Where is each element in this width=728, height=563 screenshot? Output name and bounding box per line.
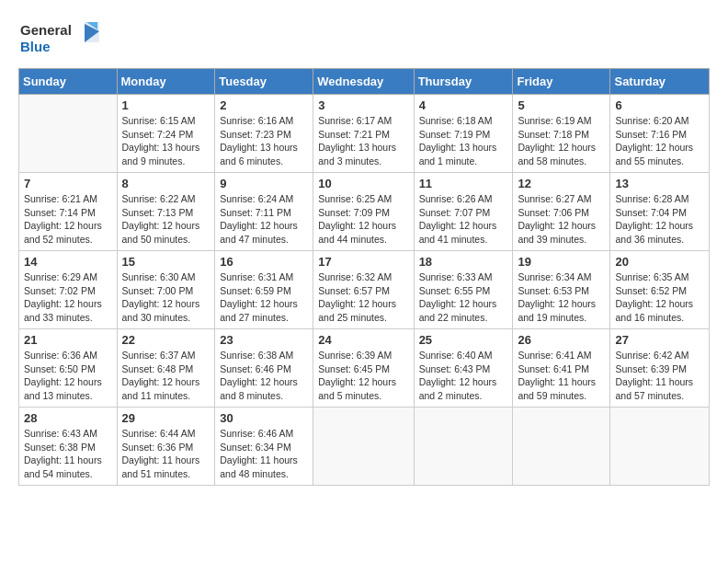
sunset-text: Sunset: 7:24 PM (122, 129, 194, 140)
calendar-cell: 12Sunrise: 6:27 AMSunset: 7:06 PMDayligh… (513, 173, 610, 251)
header: General Blue (18, 15, 710, 63)
day-info: Sunrise: 6:18 AMSunset: 7:19 PMDaylight:… (419, 114, 508, 168)
header-row: SundayMondayTuesdayWednesdayThursdayFrid… (19, 69, 710, 95)
sunset-text: Sunset: 6:53 PM (518, 285, 589, 296)
sunrise-text: Sunrise: 6:24 AM (220, 193, 293, 204)
day-info: Sunrise: 6:46 AMSunset: 6:34 PMDaylight:… (220, 427, 308, 481)
day-header-monday: Monday (117, 69, 215, 95)
sunrise-text: Sunrise: 6:38 AM (220, 350, 293, 361)
day-number: 16 (220, 255, 308, 269)
day-info: Sunrise: 6:27 AMSunset: 7:06 PMDaylight:… (518, 192, 605, 247)
day-info: Sunrise: 6:22 AMSunset: 7:13 PMDaylight:… (122, 192, 210, 247)
sunset-text: Sunset: 7:00 PM (122, 285, 194, 296)
calendar-cell: 27Sunrise: 6:42 AMSunset: 6:39 PMDayligh… (610, 329, 710, 408)
calendar-cell: 16Sunrise: 6:31 AMSunset: 6:59 PMDayligh… (215, 251, 313, 329)
calendar-cell (414, 408, 513, 486)
calendar-cell: 6Sunrise: 6:20 AMSunset: 7:16 PMDaylight… (610, 95, 710, 173)
calendar-cell: 17Sunrise: 6:32 AMSunset: 6:57 PMDayligh… (313, 251, 414, 329)
day-info: Sunrise: 6:20 AMSunset: 7:16 PMDaylight:… (615, 114, 704, 168)
day-number: 22 (122, 333, 210, 347)
day-number: 26 (518, 333, 605, 347)
day-number: 23 (220, 333, 308, 347)
day-info: Sunrise: 6:29 AMSunset: 7:02 PMDaylight:… (24, 270, 112, 325)
day-info: Sunrise: 6:19 AMSunset: 7:18 PMDaylight:… (518, 114, 605, 168)
calendar-cell: 21Sunrise: 6:36 AMSunset: 6:50 PMDayligh… (19, 329, 118, 408)
sunset-text: Sunset: 6:39 PM (615, 363, 687, 374)
calendar-cell: 28Sunrise: 6:43 AMSunset: 6:38 PMDayligh… (19, 408, 118, 486)
sunrise-text: Sunrise: 6:19 AM (518, 115, 591, 126)
daylight-text: Daylight: 13 hours and 1 minute. (419, 142, 497, 167)
day-number: 11 (419, 177, 508, 190)
sunrise-text: Sunrise: 6:42 AM (615, 350, 688, 361)
calendar-cell: 14Sunrise: 6:29 AMSunset: 7:02 PMDayligh… (19, 251, 118, 329)
calendar-cell: 2Sunrise: 6:16 AMSunset: 7:23 PMDaylight… (215, 95, 313, 173)
day-info: Sunrise: 6:36 AMSunset: 6:50 PMDaylight:… (24, 349, 112, 403)
sunrise-text: Sunrise: 6:20 AM (615, 115, 688, 126)
sunset-text: Sunset: 7:02 PM (24, 285, 96, 296)
day-number: 13 (615, 177, 704, 190)
day-header-friday: Friday (513, 69, 610, 95)
calendar-cell: 13Sunrise: 6:28 AMSunset: 7:04 PMDayligh… (610, 173, 710, 251)
sunset-text: Sunset: 6:36 PM (122, 442, 194, 453)
day-info: Sunrise: 6:39 AMSunset: 6:45 PMDaylight:… (318, 349, 408, 403)
day-number: 30 (220, 411, 308, 425)
sunrise-text: Sunrise: 6:46 AM (220, 428, 293, 439)
sunset-text: Sunset: 7:19 PM (419, 129, 491, 140)
daylight-text: Daylight: 12 hours and 11 minutes. (122, 376, 200, 401)
calendar-cell: 4Sunrise: 6:18 AMSunset: 7:19 PMDaylight… (414, 95, 513, 173)
sunrise-text: Sunrise: 6:40 AM (419, 350, 493, 361)
day-info: Sunrise: 6:40 AMSunset: 6:43 PMDaylight:… (419, 349, 508, 403)
sunset-text: Sunset: 7:23 PM (220, 129, 291, 140)
sunrise-text: Sunrise: 6:36 AM (24, 350, 97, 361)
day-number: 5 (518, 98, 605, 112)
daylight-text: Daylight: 12 hours and 25 minutes. (318, 298, 396, 323)
sunrise-text: Sunrise: 6:41 AM (518, 350, 591, 361)
sunset-text: Sunset: 6:38 PM (24, 442, 96, 453)
week-row-1: 1Sunrise: 6:15 AMSunset: 7:24 PMDaylight… (19, 95, 710, 173)
calendar-cell (513, 408, 610, 486)
daylight-text: Daylight: 12 hours and 8 minutes. (220, 376, 298, 401)
sunrise-text: Sunrise: 6:27 AM (518, 193, 591, 204)
day-info: Sunrise: 6:24 AMSunset: 7:11 PMDaylight:… (220, 192, 308, 247)
day-info: Sunrise: 6:31 AMSunset: 6:59 PMDaylight:… (220, 270, 308, 325)
sunset-text: Sunset: 7:16 PM (615, 129, 687, 140)
page: General Blue SundayMondayTuesdayWednesda… (0, 0, 728, 563)
day-info: Sunrise: 6:32 AMSunset: 6:57 PMDaylight:… (318, 270, 408, 325)
sunrise-text: Sunrise: 6:15 AM (122, 115, 196, 126)
calendar-cell: 25Sunrise: 6:40 AMSunset: 6:43 PMDayligh… (414, 329, 513, 408)
daylight-text: Daylight: 12 hours and 33 minutes. (24, 298, 102, 323)
day-number: 29 (122, 411, 210, 425)
daylight-text: Daylight: 13 hours and 6 minutes. (220, 142, 298, 167)
daylight-text: Daylight: 11 hours and 54 minutes. (24, 454, 102, 479)
daylight-text: Daylight: 13 hours and 9 minutes. (122, 142, 200, 167)
sunrise-text: Sunrise: 6:43 AM (24, 428, 97, 439)
calendar-cell: 5Sunrise: 6:19 AMSunset: 7:18 PMDaylight… (513, 95, 610, 173)
calendar-cell: 1Sunrise: 6:15 AMSunset: 7:24 PMDaylight… (117, 95, 215, 173)
sunset-text: Sunset: 6:41 PM (518, 363, 589, 374)
calendar-cell: 9Sunrise: 6:24 AMSunset: 7:11 PMDaylight… (215, 173, 313, 251)
day-number: 15 (122, 255, 210, 269)
sunrise-text: Sunrise: 6:25 AM (318, 193, 392, 204)
sunset-text: Sunset: 6:45 PM (318, 363, 390, 374)
sunset-text: Sunset: 6:48 PM (122, 363, 194, 374)
day-number: 27 (615, 333, 704, 347)
daylight-text: Daylight: 12 hours and 44 minutes. (318, 220, 396, 245)
day-info: Sunrise: 6:43 AMSunset: 6:38 PMDaylight:… (24, 427, 112, 481)
calendar-cell: 24Sunrise: 6:39 AMSunset: 6:45 PMDayligh… (313, 329, 414, 408)
sunrise-text: Sunrise: 6:30 AM (122, 271, 196, 282)
calendar-cell (313, 408, 414, 486)
daylight-text: Daylight: 11 hours and 51 minutes. (122, 454, 200, 479)
sunset-text: Sunset: 6:52 PM (615, 285, 687, 296)
day-number: 6 (615, 98, 704, 112)
svg-text:Blue: Blue (20, 39, 51, 54)
sunrise-text: Sunrise: 6:22 AM (122, 193, 196, 204)
week-row-2: 7Sunrise: 6:21 AMSunset: 7:14 PMDaylight… (19, 173, 710, 251)
daylight-text: Daylight: 12 hours and 55 minutes. (615, 142, 693, 167)
calendar-cell: 18Sunrise: 6:33 AMSunset: 6:55 PMDayligh… (414, 251, 513, 329)
daylight-text: Daylight: 13 hours and 3 minutes. (318, 142, 396, 167)
sunset-text: Sunset: 7:21 PM (318, 129, 390, 140)
day-info: Sunrise: 6:28 AMSunset: 7:04 PMDaylight:… (615, 192, 704, 247)
day-number: 1 (122, 98, 210, 112)
calendar-cell: 11Sunrise: 6:26 AMSunset: 7:07 PMDayligh… (414, 173, 513, 251)
day-number: 21 (24, 333, 112, 347)
